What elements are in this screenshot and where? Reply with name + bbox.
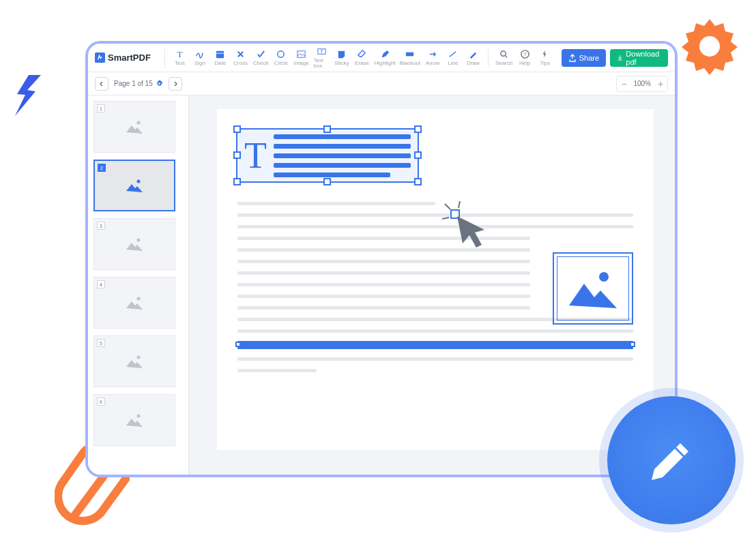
svg-point-9 bbox=[501, 51, 506, 57]
nav-bar: Page 1 of 15 − 100% + bbox=[88, 72, 675, 95]
tool-erase[interactable]: Erase bbox=[354, 46, 370, 70]
tool-textbox[interactable]: TText box bbox=[313, 46, 330, 70]
tool-line[interactable]: Line bbox=[445, 46, 461, 70]
svg-text:?: ? bbox=[523, 51, 526, 57]
thumbnail-sidebar: 1 2 3 4 5 6 bbox=[88, 95, 189, 475]
tool-cross[interactable]: Cross bbox=[233, 46, 249, 70]
resize-handle[interactable] bbox=[414, 151, 422, 159]
resize-handle[interactable] bbox=[414, 178, 422, 185]
page-thumbnail-4[interactable]: 4 bbox=[93, 277, 175, 329]
tool-sticky[interactable]: Sticky bbox=[334, 46, 350, 70]
decorative-bolt-icon bbox=[15, 75, 41, 116]
share-button[interactable]: Share bbox=[562, 49, 606, 67]
zoom-in-button[interactable]: + bbox=[654, 76, 667, 91]
tool-draw[interactable]: Draw bbox=[465, 46, 482, 70]
tool-sign[interactable]: Sign bbox=[192, 46, 208, 70]
resize-handle[interactable] bbox=[323, 178, 331, 185]
resize-handle[interactable] bbox=[235, 342, 241, 347]
selected-line-element[interactable] bbox=[237, 341, 633, 349]
edit-fab[interactable] bbox=[607, 396, 736, 524]
selected-textbox[interactable]: T bbox=[236, 128, 419, 183]
tool-tips[interactable]: Tips bbox=[537, 46, 553, 70]
svg-rect-8 bbox=[406, 53, 413, 57]
decorative-gear-icon bbox=[675, 12, 744, 80]
image-placeholder[interactable] bbox=[553, 252, 633, 325]
page-thumbnail-5[interactable]: 5 bbox=[93, 335, 175, 387]
zoom-control: − 100% + bbox=[616, 76, 668, 92]
main-toolbar: SmartPDF TText Sign Date Cross Check Cir… bbox=[88, 44, 675, 72]
svg-point-17 bbox=[137, 356, 141, 359]
page-settings-icon[interactable] bbox=[156, 80, 163, 87]
tool-arrow[interactable]: Arrow bbox=[424, 46, 441, 70]
zoom-value: 100% bbox=[630, 80, 654, 87]
resize-handle[interactable] bbox=[323, 125, 331, 133]
svg-point-12 bbox=[158, 83, 160, 85]
resize-handle[interactable] bbox=[414, 125, 422, 133]
textbox-letter-icon: T bbox=[244, 137, 267, 174]
resize-handle[interactable] bbox=[233, 178, 241, 185]
resize-handle[interactable] bbox=[233, 125, 241, 133]
brand: SmartPDF bbox=[95, 53, 151, 63]
page-thumbnail-1[interactable]: 1 bbox=[93, 101, 175, 153]
zoom-out-button[interactable]: − bbox=[617, 76, 630, 91]
svg-point-4 bbox=[278, 51, 284, 57]
svg-text:T: T bbox=[177, 49, 182, 59]
svg-rect-5 bbox=[297, 51, 305, 57]
svg-rect-3 bbox=[216, 53, 224, 54]
svg-point-23 bbox=[599, 272, 609, 282]
svg-point-18 bbox=[137, 415, 141, 418]
resize-handle[interactable] bbox=[233, 151, 241, 159]
document-page[interactable]: T bbox=[217, 109, 654, 450]
tool-text[interactable]: TText bbox=[172, 46, 188, 70]
brand-label: SmartPDF bbox=[108, 53, 151, 63]
tool-image[interactable]: Image bbox=[293, 46, 310, 70]
tool-check[interactable]: Check bbox=[252, 46, 269, 70]
download-button[interactable]: Download pdf bbox=[610, 49, 668, 67]
resize-handle[interactable] bbox=[630, 342, 635, 347]
page-thumbnail-3[interactable]: 3 bbox=[93, 218, 175, 270]
next-page-button[interactable] bbox=[169, 77, 182, 91]
pencil-icon bbox=[648, 436, 695, 484]
tool-date[interactable]: Date bbox=[212, 46, 229, 70]
app-window: SmartPDF TText Sign Date Cross Check Cir… bbox=[85, 41, 678, 477]
svg-point-15 bbox=[137, 239, 141, 242]
tool-search[interactable]: Search bbox=[495, 46, 512, 70]
page-thumbnail-6[interactable]: 6 bbox=[93, 394, 175, 446]
tool-circle[interactable]: Circle bbox=[273, 46, 289, 70]
prev-page-button[interactable] bbox=[95, 77, 108, 91]
editor-canvas[interactable]: T bbox=[189, 95, 675, 475]
svg-rect-2 bbox=[216, 51, 224, 58]
tool-highlight[interactable]: Highlight bbox=[374, 46, 395, 70]
tool-help[interactable]: ?Help bbox=[517, 46, 533, 70]
tool-blackout[interactable]: Blackout bbox=[400, 46, 421, 70]
page-thumbnail-2[interactable]: 2 bbox=[93, 160, 175, 211]
svg-point-13 bbox=[137, 121, 141, 125]
document-text-placeholder bbox=[237, 357, 633, 372]
svg-point-16 bbox=[137, 297, 141, 301]
image-icon bbox=[566, 265, 620, 312]
page-indicator: Page 1 of 15 bbox=[114, 80, 163, 87]
svg-text:T: T bbox=[320, 48, 323, 55]
svg-point-14 bbox=[137, 180, 141, 183]
